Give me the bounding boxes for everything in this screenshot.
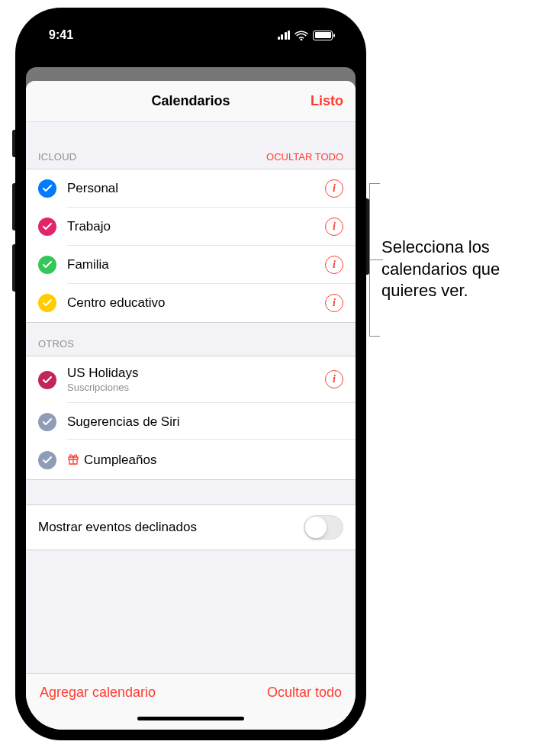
calendar-name: Cumpleaños (84, 453, 156, 468)
calendar-row[interactable]: Familia i (26, 246, 356, 284)
info-button[interactable]: i (325, 218, 343, 236)
notch (114, 18, 267, 41)
icloud-calendar-list: Personal i Trabajo i (26, 169, 356, 323)
add-calendar-button[interactable]: Agregar calendario (40, 685, 156, 701)
modal-scroll[interactable]: ICLOUD OCULTAR TODO Personal i (26, 122, 356, 673)
modal-footer: Agregar calendario Ocultar todo (26, 673, 356, 707)
callout-bracket (369, 336, 380, 337)
calendar-row[interactable]: Cumpleaños (26, 441, 356, 479)
battery-icon (313, 31, 333, 40)
callout-text: Selecciona los calendarios que quieres v… (381, 237, 549, 302)
mute-switch (12, 130, 15, 157)
calendar-row[interactable]: US Holidays Suscripciones i (26, 356, 356, 403)
section-label: OTROS (38, 338, 74, 350)
declined-events-row[interactable]: Mostrar eventos declinados (26, 504, 356, 550)
calendar-row[interactable]: Centro educativo i (26, 284, 356, 322)
modal-header: Calendarios Listo (26, 81, 356, 122)
wifi-icon (294, 31, 308, 40)
info-button[interactable]: i (325, 256, 343, 274)
calendars-modal: Calendarios Listo ICLOUD OCULTAR TODO Pe… (26, 81, 356, 730)
declined-events-toggle[interactable] (304, 515, 343, 540)
status-indicators (278, 31, 333, 40)
hide-all-icloud-button[interactable]: OCULTAR TODO (266, 151, 343, 163)
others-section-header: OTROS (26, 323, 356, 356)
checkmark-icon (38, 371, 56, 389)
checkmark-icon (38, 413, 56, 431)
volume-down-button (12, 244, 15, 292)
calendar-name: Familia (67, 257, 325, 272)
calendar-row[interactable]: Trabajo i (26, 208, 356, 246)
calendar-name: Personal (67, 181, 325, 196)
checkmark-icon (38, 218, 56, 236)
calendar-name: US Holidays (67, 366, 325, 381)
screen: 9:41 Calendarios Listo I (26, 18, 356, 730)
calendar-name: Centro educativo (67, 295, 325, 311)
gift-icon (67, 453, 79, 469)
modal-title: Calendarios (151, 93, 230, 109)
checkmark-icon (38, 179, 56, 198)
calendar-name: Trabajo (67, 219, 325, 234)
info-button[interactable]: i (325, 370, 343, 388)
cellular-signal-icon (278, 31, 291, 40)
calendar-row[interactable]: Sugerencias de Siri (26, 403, 356, 441)
calendar-sub: Suscripciones (67, 382, 325, 393)
status-time: 9:41 (49, 28, 73, 42)
checkmark-icon (38, 294, 56, 312)
hide-all-button[interactable]: Ocultar todo (267, 685, 342, 701)
section-label: ICLOUD (38, 151, 76, 163)
info-button[interactable]: i (325, 179, 343, 198)
others-calendar-list: US Holidays Suscripciones i Sugerencias … (26, 356, 356, 480)
callout: Selecciona los calendarios que quieres v… (381, 237, 549, 302)
home-indicator-area (26, 707, 356, 730)
declined-events-label: Mostrar eventos declinados (38, 520, 197, 535)
checkmark-icon (38, 256, 56, 274)
calendar-name: Sugerencias de Siri (67, 414, 343, 430)
done-button[interactable]: Listo (311, 93, 343, 109)
checkmark-icon (38, 451, 56, 469)
info-button[interactable]: i (325, 294, 343, 312)
phone-frame: 9:41 Calendarios Listo I (15, 8, 366, 740)
home-indicator[interactable] (137, 717, 244, 720)
volume-up-button (12, 183, 15, 230)
callout-bracket (369, 183, 380, 184)
calendar-row[interactable]: Personal i (26, 169, 356, 208)
icloud-section-header: ICLOUD OCULTAR TODO (26, 122, 356, 169)
